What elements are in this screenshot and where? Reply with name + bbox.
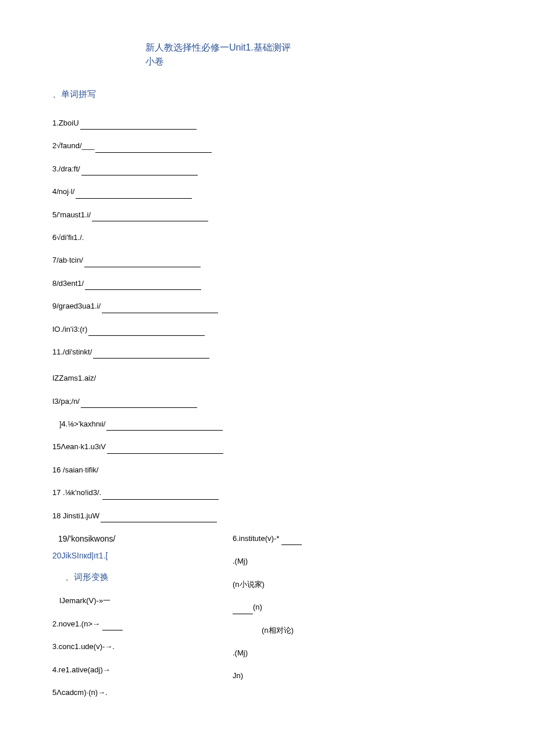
two-column-section: 19/'konsikwons/ 20JikSIrιкd|ιτ1.[ 、词形变换 … — [52, 532, 483, 708]
item-7: 7/ab·tcin/ — [52, 253, 483, 267]
left-column: 19/'konsikwons/ 20JikSIrιкd|ιτ1.[ 、词形变换 … — [52, 532, 233, 708]
form-right-5: .(Mj) — [233, 646, 483, 660]
fill-line — [102, 306, 218, 313]
fill-line — [102, 492, 219, 500]
item-text: I3/pa;/n/ — [52, 395, 80, 408]
fill-line — [81, 400, 197, 408]
section1-heading: 、单词拼写 — [52, 86, 483, 102]
item-text: 9/graed3ua1.i/ — [52, 299, 101, 313]
fill-line — [84, 260, 201, 267]
item-text: ]4.⅛>'kaxhnιi/ — [59, 417, 105, 431]
item-text: 5Λcadcm)·(n)→. — [52, 686, 108, 699]
item-text: IZZams1.aiz/ — [52, 371, 96, 385]
item-16: 16 /saian·tifik/ — [52, 463, 483, 476]
item-text: 3./dra:ft/ — [52, 162, 80, 175]
fill-line — [233, 607, 253, 614]
section1-items: 1.ZboiU 2√faund/___ 3./dra:ft/ 4/noj·l/ … — [52, 116, 483, 522]
fill-line — [93, 351, 209, 359]
item-18: 18 Jinsti1.juW — [52, 509, 483, 522]
item-text: .(Mj) — [233, 554, 248, 568]
fill-line — [281, 538, 302, 545]
form-right-2: (n小说家) — [233, 578, 483, 591]
document-header: 新人教选择性必修一Unit1.基础测评 小卷 — [145, 41, 483, 69]
form-item-2: 2.nove1.(n>→ — [52, 617, 233, 630]
item-13: I3/pa;/n/ — [52, 395, 483, 408]
item-text: 8/d3ent1/ — [52, 277, 84, 290]
form-item-1: IJemark(V)-»一 — [59, 594, 233, 607]
item-text: 20JikSIrιкd|ιτ1.[ — [52, 549, 108, 563]
header-line2: 小卷 — [145, 55, 483, 69]
item-text: (n小说家) — [233, 578, 265, 591]
section2-heading: 、词形变换 — [65, 569, 233, 585]
fill-line — [102, 623, 123, 630]
item-text: 2.nove1.(n>→ — [52, 617, 100, 630]
item-text: 19/'konsikwons/ — [58, 532, 115, 546]
right-column: 6.institute(v)-* .(Mj) (n小说家) (n) (n相对论)… — [233, 532, 483, 708]
form-item-6: 6.institute(v)-* — [233, 532, 483, 545]
item-text: IO./in'i3:(r) — [52, 323, 87, 336]
fill-line — [76, 191, 192, 199]
item-1: 1.ZboiU — [52, 116, 483, 130]
item-text: 16 /saian·tifik/ — [52, 463, 99, 476]
item-12: IZZams1.aiz/ — [52, 371, 483, 385]
form-right-1: .(Mj) — [233, 554, 483, 568]
item-text: Jn) — [233, 669, 243, 682]
item-8: 8/d3ent1/ — [52, 277, 483, 290]
item-text: 7/ab·tcin/ — [52, 253, 83, 267]
item-4: 4/noj·l/ — [52, 185, 483, 198]
item-text: 15Λean·k1.u3ιV — [52, 440, 106, 453]
item-text: 1.ZboiU — [52, 116, 79, 130]
item-text: 17 .⅛k'no!id3/. — [52, 486, 101, 499]
form-item-3: 3.conc1.ude(v)-→. — [52, 640, 233, 653]
item-text: .(Mj) — [233, 646, 248, 660]
item-text: 11./di'stinkt/ — [52, 345, 92, 359]
item-9: 9/graed3ua1.i/ — [52, 299, 483, 313]
form-item-5: 5Λcadcm)·(n)→. — [52, 686, 233, 699]
item-5: 5/'maust1.i/ — [52, 208, 483, 221]
item-20: 20JikSIrιкd|ιτ1.[ — [52, 549, 233, 563]
item-text: (n相对论) — [262, 624, 294, 637]
fill-line — [95, 145, 212, 153]
form-right-4: (n相对论) — [262, 624, 483, 637]
item-text: IJemark(V)-»一 — [59, 594, 110, 607]
fill-line — [85, 282, 201, 290]
item-text: 18 Jinsti1.juW — [52, 509, 99, 522]
item-text: 4/noj·l/ — [52, 185, 74, 198]
item-17: 17 .⅛k'no!id3/. — [52, 486, 483, 499]
fill-line — [101, 515, 217, 522]
fill-line — [106, 423, 223, 431]
item-19: 19/'konsikwons/ — [58, 532, 233, 546]
fill-line — [107, 446, 223, 454]
item-text: 2√faund/___ — [52, 139, 94, 152]
form-right-3: (n) — [233, 600, 483, 614]
item-text: 4.re1.ative(adj)→ — [52, 663, 110, 676]
item-text: 5/'maust1.i/ — [52, 208, 91, 221]
item-14: ]4.⅛>'kaxhnιi/ — [59, 417, 483, 431]
fill-line — [88, 328, 205, 336]
item-15: 15Λean·k1.u3ιV — [52, 440, 483, 453]
item-text: (n) — [253, 600, 262, 614]
form-item-4: 4.re1.ative(adj)→ — [52, 663, 233, 676]
item-text: 3.conc1.ude(v)-→. — [52, 640, 115, 653]
item-6: 6√di'fiι1./. — [52, 231, 483, 244]
item-2: 2√faund/___ — [52, 139, 483, 152]
item-10: IO./in'i3:(r) — [52, 323, 483, 336]
form-right-6: Jn) — [233, 669, 483, 682]
header-line1: 新人教选择性必修一Unit1.基础测评 — [145, 41, 483, 55]
item-11: 11./di'stinkt/ — [52, 345, 483, 359]
item-text: 6.institute(v)-* — [233, 532, 279, 545]
fill-line — [81, 168, 198, 175]
item-text: 6√di'fiι1./. — [52, 231, 84, 244]
fill-line — [92, 214, 208, 221]
fill-line — [80, 122, 197, 130]
item-3: 3./dra:ft/ — [52, 162, 483, 175]
